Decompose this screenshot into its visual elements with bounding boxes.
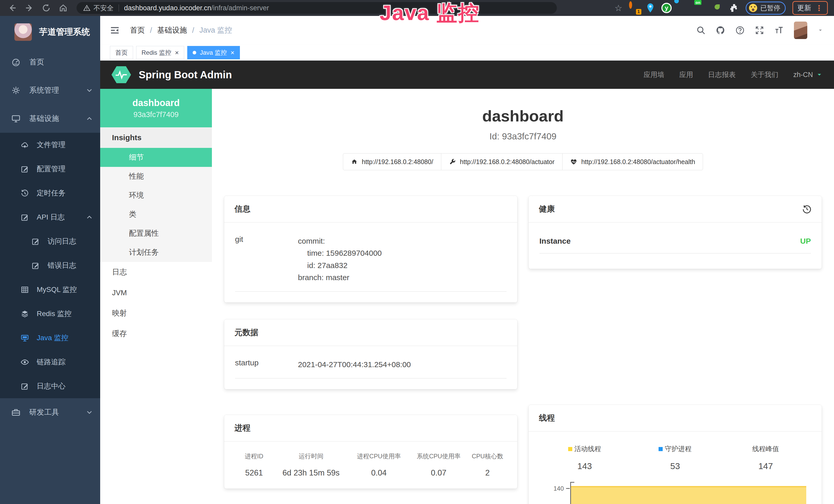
- metadata-card: 元数据 startup 2021-04-27T00:44:31.254+08:0…: [224, 319, 517, 389]
- actuator-url-button[interactable]: http://192.168.0.2:48080/actuator: [441, 153, 563, 170]
- sidebar-item-dev-tools[interactable]: 研发工具: [0, 398, 100, 427]
- tab-home[interactable]: 首页: [110, 46, 133, 59]
- sba-logo-icon[interactable]: [111, 66, 131, 83]
- sidebar-item-label: Java 监控: [37, 333, 68, 343]
- close-icon[interactable]: ×: [231, 49, 235, 56]
- sidebar-item-label: 研发工具: [29, 407, 59, 417]
- peak-threads-value: 147: [721, 461, 811, 471]
- sidebar-item-infra[interactable]: 基础设施: [0, 105, 100, 133]
- extension-orange-icon[interactable]: 1: [629, 3, 639, 13]
- tab-java-monitor[interactable]: Java 监控 ×: [187, 46, 240, 59]
- extensions-puzzle-icon[interactable]: [729, 3, 739, 13]
- cards-grid: 信息 git commit: time: 1596289704000 id: 2…: [212, 196, 834, 504]
- sidebar-item-file-manage[interactable]: 文件管理: [0, 133, 100, 157]
- user-avatar[interactable]: [794, 22, 807, 39]
- sba-item-classes[interactable]: 类: [100, 205, 212, 224]
- info-card: 信息 git commit: time: 1596289704000 id: 2…: [224, 196, 517, 302]
- extension-dark-on-icon[interactable]: on: [695, 3, 706, 13]
- app-sidebar: 芋道管理系统 首页 系统管理 基础设施 文件管理 配置管理: [0, 16, 100, 504]
- sidebar-item-tracing[interactable]: 链路追踪: [0, 350, 100, 374]
- security-label[interactable]: 不安全: [93, 4, 113, 13]
- sidebar-item-system[interactable]: 系统管理: [0, 76, 100, 105]
- browser-home-icon[interactable]: [59, 3, 68, 13]
- sidebar-item-java-monitor[interactable]: Java 监控: [0, 326, 100, 350]
- health-card-title: 健康: [539, 204, 555, 214]
- help-icon[interactable]: [736, 26, 745, 35]
- sidebar-item-label: 错误日志: [47, 260, 76, 270]
- hamburger-icon[interactable]: [109, 25, 120, 36]
- sba-nav-about[interactable]: 关于我们: [750, 70, 778, 79]
- paused-pill[interactable]: 已暂停: [746, 2, 786, 15]
- browser-back-icon[interactable]: [8, 3, 17, 13]
- sba-brand[interactable]: Spring Boot Admin: [139, 69, 232, 81]
- git-id-line: id: 27aa832: [298, 259, 506, 271]
- live-threads-value: 143: [540, 461, 630, 471]
- health-key: Instance: [540, 237, 571, 246]
- breadcrumb-separator: /: [150, 26, 152, 35]
- app-logo-row: 芋道管理系统: [0, 16, 100, 48]
- col-process-cpu: 进程CPU使用率: [349, 452, 409, 468]
- extension-green-icon[interactable]: y: [661, 3, 672, 13]
- breadcrumb-current: Java 监控: [199, 25, 232, 36]
- sba-nav-applications[interactable]: 应用: [679, 70, 693, 79]
- header-actions: [696, 22, 823, 39]
- health-url-button[interactable]: http://192.168.0.2:48080/actuator/health: [562, 153, 703, 170]
- sidebar-item-access-logs[interactable]: 访问日志: [0, 229, 100, 253]
- browser-forward-icon[interactable]: [25, 3, 34, 13]
- font-size-icon[interactable]: [774, 26, 784, 35]
- extension-leaf-icon[interactable]: [712, 3, 723, 13]
- sba-main-panel: dashboard Id: 93a3fc7f7409 http://192.16…: [212, 89, 834, 504]
- history-icon[interactable]: [802, 204, 811, 214]
- fullscreen-icon[interactable]: [755, 26, 764, 35]
- info-value: commit: time: 1596289704000 id: 27aa832 …: [298, 235, 506, 284]
- sba-nav-wallboard[interactable]: 应用墙: [643, 70, 664, 79]
- sidebar-item-log-center[interactable]: 日志中心: [0, 374, 100, 398]
- page-url[interactable]: dashboard.yudao.iocoder.cn/infra/admin-s…: [124, 4, 269, 12]
- sidebar-item-error-logs[interactable]: 错误日志: [0, 253, 100, 278]
- service-url-button[interactable]: http://192.168.0.2:48080/: [343, 153, 441, 170]
- sba-item-caches[interactable]: 缓存: [100, 323, 212, 344]
- instance-header[interactable]: dashboard 93a3fc7f7409: [100, 89, 212, 127]
- sidebar-item-scheduled-tasks[interactable]: 定时任务: [0, 181, 100, 205]
- instance-id: 93a3fc7f7409: [134, 110, 179, 119]
- process-header-row: 进程ID 运行时间 进程CPU使用率 系统CPU使用率 CPU核心数: [235, 452, 506, 468]
- locale-selector[interactable]: zh-CN: [793, 71, 823, 79]
- update-button[interactable]: 更新⋮: [792, 1, 828, 15]
- sidebar-item-label: 日志中心: [37, 381, 66, 391]
- browser-reload-icon[interactable]: [42, 3, 51, 13]
- tab-redis-monitor[interactable]: Redis 监控 ×: [136, 46, 184, 59]
- sba-item-jvm[interactable]: JVM: [100, 282, 212, 303]
- sba-item-logs[interactable]: 日志: [100, 262, 212, 282]
- sidebar-item-mysql-monitor[interactable]: MySQL 监控: [0, 278, 100, 302]
- threads-legend: 活动线程 守护进程 线程峰值: [540, 444, 811, 453]
- caret-down-icon[interactable]: [817, 27, 823, 33]
- sidebar-item-api-logs[interactable]: API 日志: [0, 205, 100, 229]
- sba-item-config-props[interactable]: 配置属性: [100, 224, 212, 243]
- close-icon[interactable]: ×: [175, 49, 179, 56]
- val-uptime: 6d 23h 15m 59s: [273, 468, 349, 478]
- sba-item-mappings[interactable]: 映射: [100, 303, 212, 323]
- sba-item-scheduled[interactable]: 计划任务: [100, 243, 212, 262]
- sba-item-environment[interactable]: 环境: [100, 186, 212, 205]
- edit-icon: [21, 165, 29, 173]
- search-icon[interactable]: [696, 26, 706, 35]
- threads-card-title: 线程: [529, 405, 822, 432]
- annotation-text: Java 监控: [380, 0, 480, 27]
- kebab-menu-icon[interactable]: ⋮: [815, 4, 823, 13]
- sidebar-item-home[interactable]: 首页: [0, 48, 100, 76]
- github-icon[interactable]: [716, 26, 725, 35]
- sba-nav-journal[interactable]: 日志报表: [708, 70, 736, 79]
- extension-grid-icon[interactable]: [678, 3, 688, 13]
- extension-pin-icon[interactable]: [646, 3, 655, 13]
- bookmark-star-icon[interactable]: ☆: [615, 3, 622, 13]
- sidebar-item-label: 基础设施: [29, 113, 59, 124]
- threads-values: 143 53 147: [540, 461, 811, 471]
- sidebar-item-redis-monitor[interactable]: Redis 监控: [0, 302, 100, 326]
- breadcrumb-home[interactable]: 首页: [130, 25, 145, 36]
- breadcrumb-infra[interactable]: 基础设施: [157, 25, 187, 36]
- sba-item-metrics[interactable]: 性能: [100, 167, 212, 186]
- sidebar-item-config-manage[interactable]: 配置管理: [0, 157, 100, 181]
- sba-item-details[interactable]: 细节: [100, 148, 212, 167]
- address-bar[interactable]: 不安全 dashboard.yudao.iocoder.cn/infra/adm…: [76, 2, 557, 14]
- legend-live: 活动线程: [540, 444, 630, 453]
